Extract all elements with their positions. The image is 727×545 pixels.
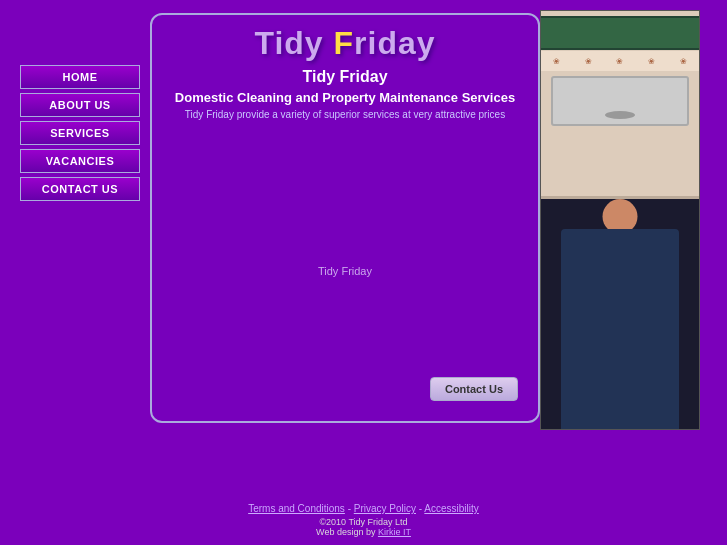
page-wrapper: HOME ABOUT US SERVICES VACANCIES CONTACT… [0, 5, 727, 495]
footer-privacy-link[interactable]: Privacy Policy [354, 503, 416, 514]
footer: Terms and Conditions - Privacy Policy - … [0, 495, 727, 541]
footer-links: Terms and Conditions - Privacy Policy - … [0, 503, 727, 514]
flower-row: ❀❀❀❀❀ [541, 51, 699, 71]
sink [551, 76, 689, 126]
content-text: Tidy Friday [318, 265, 372, 277]
footer-design-prefix: Web design by [316, 527, 378, 537]
logo-part3: riday [354, 25, 435, 61]
sidebar-item-vacancies[interactable]: VACANCIES [20, 149, 140, 173]
logo: Tidy Friday [254, 25, 435, 61]
page-subtitle: Domestic Cleaning and Property Maintenan… [175, 90, 515, 105]
content-area: Tidy Friday [172, 140, 518, 401]
main-card: Tidy Friday Tidy Friday Domestic Cleanin… [150, 13, 540, 423]
sidebar-item-services[interactable]: SERVICES [20, 121, 140, 145]
footer-design-link[interactable]: Kirkie IT [378, 527, 411, 537]
footer-accessibility-link[interactable]: Accessibility [424, 503, 478, 514]
contact-us-button[interactable]: Contact Us [430, 377, 518, 401]
sidebar-item-about-us[interactable]: ABOUT US [20, 93, 140, 117]
person-figure [541, 199, 699, 429]
page-description: Tidy Friday provide a variety of superio… [185, 109, 505, 120]
bathroom-image: ❀❀❀❀❀ [541, 11, 699, 429]
logo-area: Tidy Friday [254, 25, 435, 62]
person-body [561, 229, 679, 429]
logo-f: F [334, 25, 355, 61]
footer-copyright: ©2010 Tidy Friday Ltd [0, 517, 727, 527]
bathroom-top: ❀❀❀❀❀ [541, 11, 699, 199]
right-image-panel: ❀❀❀❀❀ [540, 10, 700, 430]
footer-design: Web design by Kirkie IT [0, 527, 727, 537]
footer-terms-link[interactable]: Terms and Conditions [248, 503, 345, 514]
logo-part1: Tidy [254, 25, 333, 61]
sidebar-item-contact-us[interactable]: CONTACT US [20, 177, 140, 201]
page-title: Tidy Friday [302, 68, 387, 86]
sidebar: HOME ABOUT US SERVICES VACANCIES CONTACT… [0, 5, 160, 495]
sidebar-item-home[interactable]: HOME [20, 65, 140, 89]
